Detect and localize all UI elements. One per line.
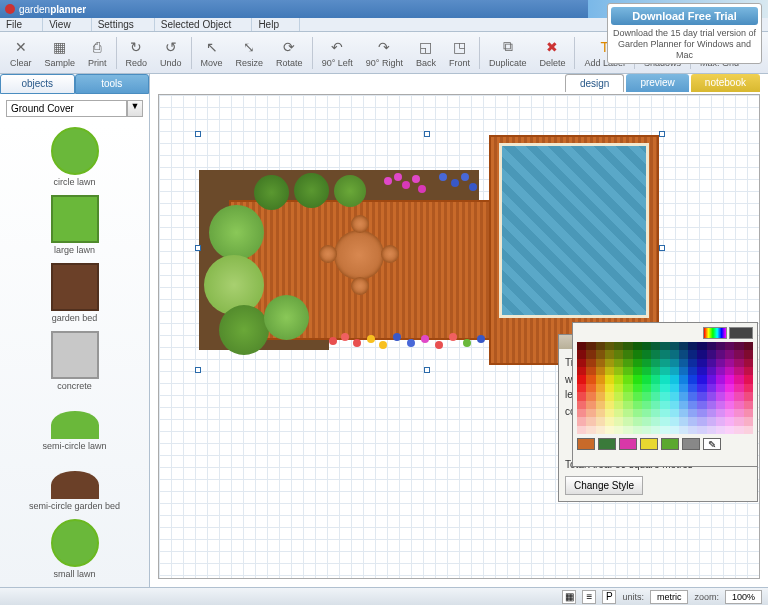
tab-tools[interactable]: tools (75, 74, 150, 94)
color-cell[interactable] (614, 375, 623, 383)
color-cell[interactable] (614, 392, 623, 400)
color-cell[interactable] (744, 417, 753, 425)
color-cell[interactable] (651, 401, 660, 409)
color-cell[interactable] (670, 426, 679, 434)
download-trial-button[interactable]: Download Free Trial (611, 7, 758, 25)
color-cell[interactable] (679, 392, 688, 400)
color-cell[interactable] (596, 417, 605, 425)
color-cell[interactable] (642, 350, 651, 358)
color-cell[interactable] (670, 342, 679, 350)
selection-handle[interactable] (659, 131, 665, 137)
selection-handle[interactable] (195, 367, 201, 373)
color-cell[interactable] (679, 350, 688, 358)
color-cell[interactable] (716, 384, 725, 392)
color-cell[interactable] (725, 426, 734, 434)
palette-large-lawn[interactable]: large lawn (4, 195, 145, 255)
color-cell[interactable] (642, 384, 651, 392)
color-cell[interactable] (633, 350, 642, 358)
color-cell[interactable] (623, 392, 632, 400)
patio-chair[interactable] (319, 245, 337, 263)
preset-swatch[interactable] (598, 438, 616, 450)
color-cell[interactable] (744, 359, 753, 367)
color-cell[interactable] (688, 426, 697, 434)
color-cell[interactable] (586, 342, 595, 350)
ruler-icon[interactable]: ≡ (582, 590, 596, 604)
color-cell[interactable] (660, 426, 669, 434)
color-cell[interactable] (697, 375, 706, 383)
color-cell[interactable] (707, 384, 716, 392)
color-tab-swatches[interactable] (729, 327, 753, 339)
print-button[interactable]: ⎙Print (82, 36, 113, 70)
color-cell[interactable] (614, 342, 623, 350)
color-cell[interactable] (679, 401, 688, 409)
color-cell[interactable] (744, 350, 753, 358)
color-cell[interactable] (596, 375, 605, 383)
color-cell[interactable] (623, 426, 632, 434)
patio-chair[interactable] (351, 277, 369, 295)
color-cell[interactable] (734, 384, 743, 392)
eyedropper-icon[interactable]: ✎ (703, 438, 721, 450)
color-cell[interactable] (725, 359, 734, 367)
color-cell[interactable] (679, 342, 688, 350)
color-cell[interactable] (716, 409, 725, 417)
preset-swatch[interactable] (640, 438, 658, 450)
color-cell[interactable] (670, 359, 679, 367)
move-button[interactable]: ↖Move (195, 36, 229, 70)
color-cell[interactable] (577, 375, 586, 383)
color-cell[interactable] (660, 359, 669, 367)
redo-button[interactable]: ↻Redo (120, 36, 154, 70)
color-cell[interactable] (605, 417, 614, 425)
color-cell[interactable] (651, 426, 660, 434)
rot90l-button[interactable]: ↶90° Left (316, 36, 359, 70)
tree[interactable] (294, 173, 329, 208)
clear-button[interactable]: ✕Clear (4, 36, 38, 70)
preset-swatch[interactable] (682, 438, 700, 450)
color-cell[interactable] (670, 392, 679, 400)
chevron-down-icon[interactable]: ▼ (127, 100, 143, 117)
color-cell[interactable] (744, 426, 753, 434)
color-cell[interactable] (660, 417, 669, 425)
color-cell[interactable] (586, 384, 595, 392)
back-button[interactable]: ◱Back (410, 36, 442, 70)
color-cell[interactable] (734, 359, 743, 367)
color-cell[interactable] (707, 401, 716, 409)
color-cell[interactable] (577, 384, 586, 392)
tab-design[interactable]: design (565, 74, 624, 92)
color-cell[interactable] (716, 359, 725, 367)
units-select[interactable]: metric (650, 590, 689, 604)
color-cell[interactable] (586, 367, 595, 375)
color-cell[interactable] (697, 417, 706, 425)
rot90r-button[interactable]: ↷90° Right (360, 36, 409, 70)
color-cell[interactable] (623, 409, 632, 417)
color-cell[interactable] (651, 384, 660, 392)
color-cell[interactable] (586, 375, 595, 383)
color-cell[interactable] (734, 350, 743, 358)
color-cell[interactable] (744, 342, 753, 350)
color-cell[interactable] (707, 392, 716, 400)
color-cell[interactable] (679, 359, 688, 367)
color-cell[interactable] (707, 367, 716, 375)
color-cell[interactable] (688, 342, 697, 350)
color-cell[interactable] (660, 384, 669, 392)
color-cell[interactable] (679, 417, 688, 425)
color-cell[interactable] (577, 401, 586, 409)
color-cell[interactable] (744, 384, 753, 392)
color-cell[interactable] (688, 392, 697, 400)
color-cell[interactable] (707, 417, 716, 425)
preset-swatch[interactable] (619, 438, 637, 450)
color-cell[interactable] (651, 350, 660, 358)
color-cell[interactable] (596, 401, 605, 409)
color-cell[interactable] (660, 392, 669, 400)
color-cell[interactable] (586, 392, 595, 400)
color-cell[interactable] (734, 409, 743, 417)
color-cell[interactable] (605, 426, 614, 434)
color-cell[interactable] (614, 417, 623, 425)
swimming-pool[interactable] (499, 143, 649, 318)
category-select[interactable]: Ground Cover ▼ (6, 100, 143, 117)
color-cell[interactable] (605, 409, 614, 417)
preset-swatch[interactable] (661, 438, 679, 450)
color-cell[interactable] (614, 409, 623, 417)
color-cell[interactable] (716, 375, 725, 383)
color-cell[interactable] (725, 392, 734, 400)
color-cell[interactable] (744, 401, 753, 409)
